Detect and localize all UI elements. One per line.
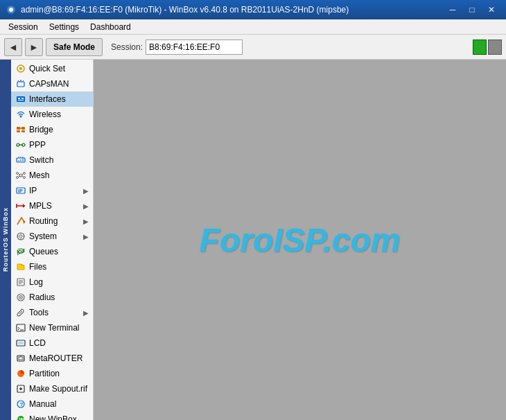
sidebar-item-interfaces[interactable]: Interfaces bbox=[11, 91, 93, 107]
system-arrow: ▶ bbox=[83, 233, 89, 240]
sidebar-item-ppp[interactable]: PPP bbox=[11, 137, 93, 152]
sidebar-item-tools[interactable]: Tools ▶ bbox=[11, 305, 93, 320]
content-area: ForoISP.com bbox=[94, 60, 506, 420]
capsman-icon bbox=[15, 78, 26, 89]
files-icon bbox=[15, 261, 26, 272]
ppp-icon bbox=[15, 139, 26, 150]
routing-arrow: ▶ bbox=[83, 218, 89, 225]
menu-item-session[interactable]: Session bbox=[3, 21, 44, 33]
svg-text:IP: IP bbox=[18, 189, 23, 193]
status-gray-indicator bbox=[488, 40, 502, 55]
sidebar-item-queues[interactable]: Queues bbox=[11, 244, 93, 259]
safe-mode-button[interactable]: Safe Mode bbox=[46, 38, 103, 56]
sidebar-item-label: Make Supout.rif bbox=[29, 384, 87, 394]
svg-point-1 bbox=[9, 8, 13, 12]
sidebar-item-manual[interactable]: ? Manual bbox=[11, 396, 93, 412]
terminal-icon bbox=[15, 322, 26, 333]
title-bar: admin@B8:69:F4:16:EE:F0 (MikroTik) - Win… bbox=[0, 0, 506, 19]
sidebar-item-label: New WinBox bbox=[29, 414, 77, 420]
svg-rect-9 bbox=[18, 98, 20, 99]
svg-point-44 bbox=[19, 235, 22, 238]
sidebar-item-routing[interactable]: Routing ▶ bbox=[11, 213, 93, 229]
svg-point-56 bbox=[20, 297, 21, 298]
sidebar-item-label: Log bbox=[29, 277, 43, 287]
session-input[interactable] bbox=[146, 40, 243, 55]
wireless-icon bbox=[15, 109, 26, 120]
sidebar-item-files[interactable]: Files bbox=[11, 259, 93, 274]
sidebar-item-label: LCD bbox=[29, 338, 46, 348]
svg-rect-13 bbox=[17, 127, 20, 130]
sidebar-item-label: Routing bbox=[29, 216, 58, 226]
sidebar-item-bridge[interactable]: Bridge bbox=[11, 122, 93, 137]
sidebar-item-label: Mesh bbox=[29, 170, 49, 180]
sidebar-item-partition[interactable]: Partition bbox=[11, 366, 93, 381]
sidebar-item-label: PPP bbox=[29, 140, 46, 150]
sidebar-item-label: System bbox=[29, 231, 57, 241]
minimize-button[interactable]: ─ bbox=[444, 3, 462, 17]
ip-arrow: ▶ bbox=[83, 187, 89, 195]
sidebar-item-wireless[interactable]: Wireless bbox=[11, 107, 93, 122]
quick-set-icon bbox=[15, 63, 26, 74]
sidebar-item-new-winbox[interactable]: W New WinBox bbox=[11, 412, 93, 420]
svg-marker-40 bbox=[23, 204, 25, 208]
back-button[interactable]: ◄ bbox=[4, 38, 22, 56]
svg-rect-17 bbox=[21, 130, 25, 132]
new-winbox-icon: W bbox=[15, 414, 26, 420]
svg-point-19 bbox=[22, 143, 25, 146]
maximize-button[interactable]: □ bbox=[463, 3, 481, 17]
sidebar-item-label: MPLS bbox=[29, 201, 52, 211]
sidebar: RouterOS WinBox Quick Set bbox=[0, 60, 94, 420]
status-green-indicator bbox=[473, 40, 487, 55]
sidebar-item-new-terminal[interactable]: New Terminal bbox=[11, 320, 93, 335]
svg-rect-4 bbox=[17, 82, 24, 87]
sidebar-item-quick-set[interactable]: Quick Set bbox=[11, 61, 93, 76]
sidebar-item-lcd[interactable]: LCD bbox=[11, 335, 93, 351]
bridge-icon bbox=[15, 124, 26, 135]
nav-list: Quick Set CAPsMAN bbox=[11, 60, 93, 420]
sidebar-item-label: Manual bbox=[29, 399, 56, 409]
sidebar-item-label: Switch bbox=[29, 155, 53, 165]
svg-rect-14 bbox=[21, 127, 25, 130]
tools-icon bbox=[15, 307, 26, 318]
switch-icon bbox=[15, 155, 26, 166]
app-icon bbox=[6, 4, 17, 15]
svg-rect-10 bbox=[21, 98, 24, 99]
menu-item-settings[interactable]: Settings bbox=[44, 21, 85, 33]
menu-bar: Session Settings Dashboard bbox=[0, 19, 506, 35]
forward-button[interactable]: ► bbox=[25, 38, 43, 56]
log-icon bbox=[15, 277, 26, 288]
sidebar-item-metarouter[interactable]: MetaROUTER bbox=[11, 351, 93, 366]
mesh-icon bbox=[15, 170, 26, 181]
sidebar-item-label: Files bbox=[29, 262, 46, 272]
sidebar-item-label: Bridge bbox=[29, 125, 53, 134]
svg-marker-42 bbox=[23, 220, 26, 224]
sidebar-item-log[interactable]: Log bbox=[11, 274, 93, 290]
svg-rect-11 bbox=[18, 100, 24, 100]
close-button[interactable]: ✕ bbox=[482, 3, 500, 17]
sidebar-item-label: New Terminal bbox=[29, 323, 79, 333]
sidebar-item-radius[interactable]: Radius bbox=[11, 290, 93, 305]
watermark-text: ForoISP.com bbox=[200, 221, 401, 259]
metarouter-icon bbox=[15, 353, 26, 364]
make-supout-icon bbox=[15, 383, 26, 394]
lcd-icon bbox=[15, 338, 26, 349]
sidebar-item-mpls[interactable]: MPLS ▶ bbox=[11, 198, 93, 213]
ip-icon: IP bbox=[15, 185, 26, 196]
sidebar-item-capsman[interactable]: CAPsMAN bbox=[11, 76, 93, 91]
partition-icon bbox=[15, 368, 26, 379]
window-title: admin@B8:69:F4:16:EE:F0 (MikroTik) - Win… bbox=[21, 5, 444, 15]
sidebar-item-mesh[interactable]: Mesh bbox=[11, 168, 93, 183]
menu-item-dashboard[interactable]: Dashboard bbox=[85, 21, 137, 33]
sidebar-item-switch[interactable]: Switch bbox=[11, 152, 93, 168]
sidebar-item-label: Radius bbox=[29, 292, 55, 302]
svg-point-32 bbox=[24, 177, 26, 179]
session-label: Session: bbox=[111, 42, 143, 52]
interfaces-icon bbox=[15, 94, 26, 105]
sidebar-item-system[interactable]: System ▶ bbox=[11, 229, 93, 244]
sidebar-item-ip[interactable]: IP IP ▶ bbox=[11, 183, 93, 198]
queues-icon bbox=[15, 246, 26, 257]
sidebar-item-make-supout[interactable]: Make Supout.rif bbox=[11, 381, 93, 396]
svg-point-12 bbox=[20, 116, 22, 118]
sidebar-item-label: MetaROUTER bbox=[29, 353, 82, 363]
sidebar-item-label: Wireless bbox=[29, 110, 61, 119]
